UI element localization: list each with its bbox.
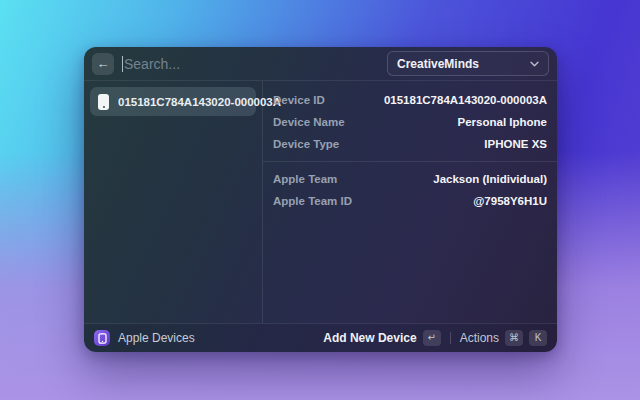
search-input[interactable]	[122, 53, 387, 75]
detail-value: 015181C784A143020-000003A	[384, 94, 547, 106]
text-cursor	[122, 56, 123, 72]
team-dropdown[interactable]: CreativeMinds	[387, 51, 549, 76]
k-key-icon: K	[529, 330, 547, 346]
command-key-icon: ⌘	[505, 330, 523, 346]
return-key-icon: ↵	[423, 330, 441, 346]
detail-row-apple-team: Apple Team Jackson (Inidividual)	[263, 168, 557, 190]
back-button[interactable]: ←	[92, 53, 114, 75]
detail-row-device-type: Device Type IPHONE XS	[263, 133, 557, 155]
detail-value: @7958Y6H1U	[473, 195, 547, 207]
detail-value: Jackson (Inidividual)	[433, 173, 547, 185]
device-details: Device ID 015181C784A143020-000003A Devi…	[262, 81, 557, 323]
detail-label: Apple Team ID	[273, 195, 352, 207]
detail-value: Personal Iphone	[458, 116, 547, 128]
app-name: Apple Devices	[118, 331, 195, 345]
app-window: ← CreativeMinds 015181C784A143020-000003…	[84, 47, 557, 352]
detail-label: Device Name	[273, 116, 345, 128]
team-dropdown-value: CreativeMinds	[397, 57, 479, 71]
detail-row-apple-team-id: Apple Team ID @7958Y6H1U	[263, 190, 557, 212]
apple-devices-app-icon	[94, 330, 110, 346]
toolbar: ← CreativeMinds	[84, 47, 557, 81]
detail-row-device-id: Device ID 015181C784A143020-000003A	[263, 89, 557, 111]
search-field-wrap	[122, 53, 387, 75]
detail-value: IPHONE XS	[484, 138, 547, 150]
iphone-icon	[98, 94, 109, 110]
chevron-down-icon	[530, 61, 539, 67]
status-bar: Apple Devices Add New Device ↵ Actions ⌘…	[84, 323, 557, 352]
device-list: 015181C784A143020-000003A	[84, 81, 262, 323]
device-list-item-label: 015181C784A143020-000003A	[118, 96, 281, 108]
device-info-group: Device ID 015181C784A143020-000003A Devi…	[263, 87, 557, 157]
detail-label: Device Type	[273, 138, 339, 150]
actions-button[interactable]: Actions	[460, 331, 499, 345]
statusbar-divider	[450, 332, 451, 344]
apple-team-group: Apple Team Jackson (Inidividual) Apple T…	[263, 161, 557, 214]
detail-label: Device ID	[273, 94, 325, 106]
detail-row-device-name: Device Name Personal Iphone	[263, 111, 557, 133]
detail-label: Apple Team	[273, 173, 337, 185]
content-area: 015181C784A143020-000003A Device ID 0151…	[84, 81, 557, 323]
add-new-device-button[interactable]: Add New Device	[323, 331, 416, 345]
device-list-item[interactable]: 015181C784A143020-000003A	[90, 87, 256, 116]
